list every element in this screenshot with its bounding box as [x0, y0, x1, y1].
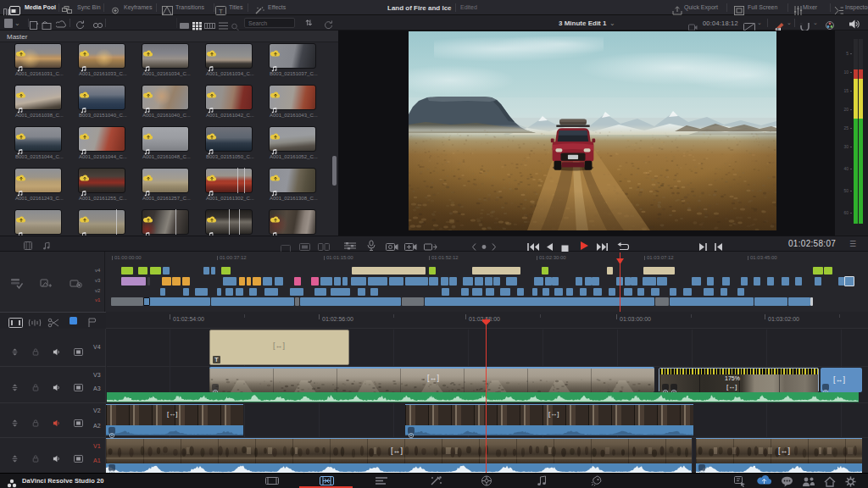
svg-text:T: T: [219, 8, 223, 15]
